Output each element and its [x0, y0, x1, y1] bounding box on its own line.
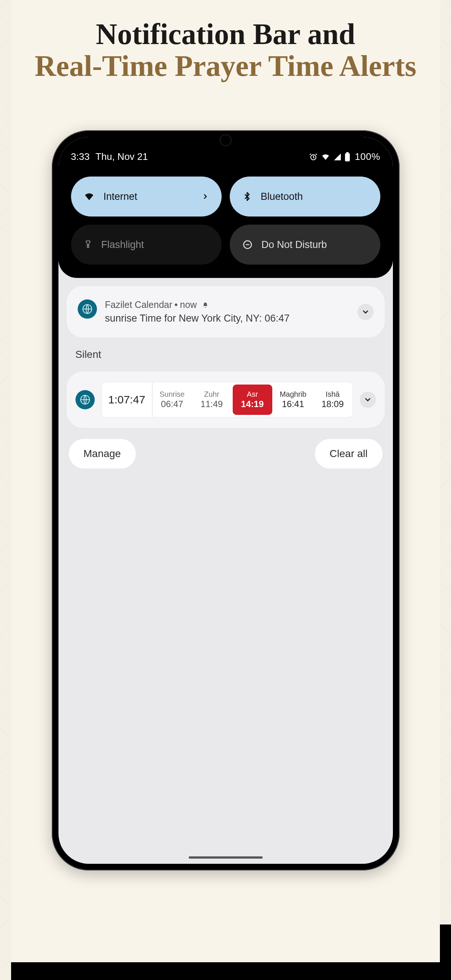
qs-internet-label: Internet — [103, 191, 138, 202]
notif-body: sunrise Time for New York City, NY: 06:4… — [105, 311, 349, 326]
title-block: Notification Bar and Real-Time Prayer Ti… — [11, 0, 440, 97]
shade-footer: Manage Clear all — [67, 437, 385, 469]
prayer-name: Sunrise — [159, 390, 184, 398]
prayer-name: Maghrib — [280, 390, 306, 398]
wifi-filled-icon — [84, 191, 95, 202]
qs-bluetooth-label: Bluetooth — [261, 191, 303, 202]
status-time: 3:33 — [71, 151, 90, 162]
prayer-time: 11:49 — [200, 399, 223, 409]
notification-shade: Fazilet Calendar•now sunrise Time for Ne… — [59, 278, 393, 864]
battery-percent: 100% — [355, 151, 380, 162]
expand-button[interactable] — [357, 304, 374, 320]
prayer-name: Asr — [247, 390, 258, 398]
camera-notch — [219, 134, 232, 146]
quick-settings-panel: 3:33 Thu, Nov 21 — [59, 137, 393, 278]
bell-icon — [202, 302, 209, 309]
battery-icon — [345, 152, 350, 162]
title-line-2: Real-Time Prayer Time Alerts — [26, 49, 425, 82]
qs-bluetooth-tile[interactable]: Bluetooth — [230, 177, 380, 216]
phone-screen: 3:33 Thu, Nov 21 — [59, 137, 393, 864]
flashlight-icon — [84, 239, 92, 250]
expand-button[interactable] — [360, 391, 376, 408]
notif-app-name: Fazilet Calendar — [105, 299, 172, 310]
prayer-col-ishā: Ishā18:09 — [313, 382, 353, 417]
qs-flashlight-label: Flashlight — [102, 239, 144, 251]
qs-dnd-label: Do Not Disturb — [262, 239, 327, 251]
prayer-col-maghrib: Maghrib16:41 — [273, 382, 313, 417]
manage-button[interactable]: Manage — [69, 439, 136, 469]
prayer-time: 06:47 — [161, 399, 183, 409]
svg-rect-2 — [346, 152, 349, 153]
chevron-right-icon — [202, 193, 209, 200]
status-bar: 3:33 Thu, Nov 21 — [71, 151, 380, 162]
notification-text: Fazilet Calendar•now sunrise Time for Ne… — [105, 298, 349, 326]
alarm-icon — [309, 153, 318, 161]
qs-flashlight-tile[interactable]: Flashlight — [71, 224, 222, 265]
dnd-icon — [242, 239, 253, 250]
prayer-col-sunrise: Sunrise06:47 — [152, 382, 192, 417]
qs-internet-tile[interactable]: Internet — [71, 177, 222, 216]
phone-mockup: 3:33 Thu, Nov 21 — [52, 130, 400, 870]
prayer-name: Ishā — [326, 390, 340, 398]
status-date: Thu, Nov 21 — [95, 151, 148, 162]
svg-point-3 — [88, 245, 89, 246]
signal-icon — [333, 153, 341, 161]
prayer-time: 18:09 — [321, 399, 344, 409]
countdown-timer: 1:07:47 — [102, 382, 152, 417]
phone-frame: 3:33 Thu, Nov 21 — [52, 130, 400, 870]
notif-when: now — [180, 299, 197, 310]
wifi-icon — [321, 153, 330, 161]
notification-card[interactable]: Fazilet Calendar•now sunrise Time for Ne… — [67, 286, 385, 337]
qs-dnd-tile[interactable]: Do Not Disturb — [230, 224, 380, 265]
prayer-col-zuhr: Zuhr11:49 — [192, 382, 232, 417]
prayer-widget-card[interactable]: 1:07:47 Sunrise06:47Zuhr11:49Asr14:19Mag… — [67, 372, 385, 428]
svg-rect-1 — [345, 153, 350, 161]
promo-card: Notification Bar and Real-Time Prayer Ti… — [11, 0, 440, 962]
app-icon — [78, 299, 97, 319]
title-line-1: Notification Bar and — [26, 19, 425, 49]
home-indicator[interactable] — [189, 856, 263, 859]
bluetooth-icon — [242, 191, 252, 202]
prayer-time: 14:19 — [241, 399, 264, 409]
prayer-col-asr: Asr14:19 — [233, 385, 272, 415]
clear-all-button[interactable]: Clear all — [315, 439, 383, 469]
prayer-times-table: 1:07:47 Sunrise06:47Zuhr11:49Asr14:19Mag… — [102, 382, 353, 417]
prayer-name: Zuhr — [204, 390, 219, 398]
prayer-time: 16:41 — [282, 399, 304, 409]
silent-section-label: Silent — [67, 347, 385, 363]
app-icon — [75, 390, 95, 409]
